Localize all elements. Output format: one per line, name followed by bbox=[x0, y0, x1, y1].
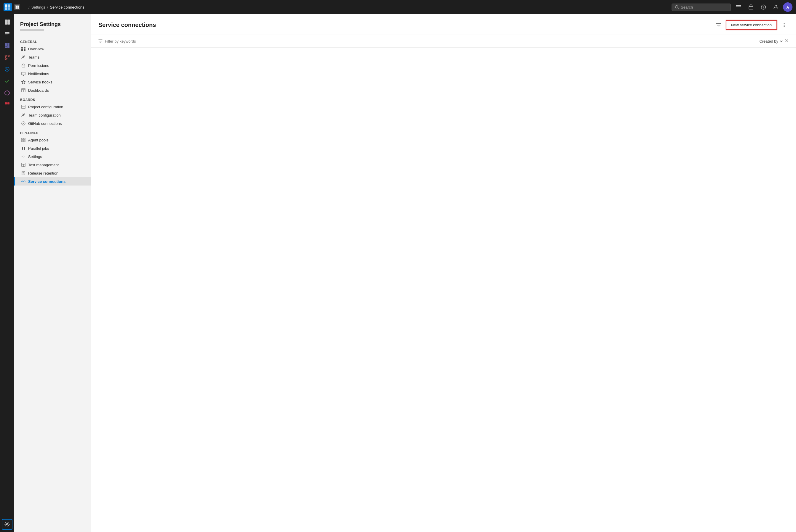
boards-rail-icon[interactable] bbox=[2, 40, 13, 51]
svg-rect-34 bbox=[7, 102, 10, 104]
artifacts-rail-icon[interactable] bbox=[2, 88, 13, 98]
svg-rect-18 bbox=[5, 20, 7, 22]
extensions-rail-icon[interactable] bbox=[2, 99, 13, 110]
svg-rect-25 bbox=[5, 43, 7, 46]
service-connections-item[interactable]: Service connections bbox=[14, 177, 91, 186]
topbar: ... / Settings / Service connections Sea… bbox=[0, 0, 796, 14]
repos-rail-icon[interactable] bbox=[2, 52, 13, 63]
svg-rect-42 bbox=[22, 65, 25, 67]
topbar-actions: ? A bbox=[733, 2, 793, 13]
notifications-icon-btn[interactable] bbox=[733, 2, 744, 13]
release-retention-icon bbox=[21, 171, 26, 175]
release-retention-item[interactable]: Release retention bbox=[14, 169, 91, 177]
svg-rect-38 bbox=[21, 49, 23, 51]
filter-keywords-input[interactable] bbox=[105, 39, 194, 43]
svg-rect-3 bbox=[8, 7, 11, 10]
permissions-icon bbox=[21, 63, 26, 68]
svg-point-41 bbox=[24, 56, 25, 57]
pipelines-rail-icon[interactable] bbox=[2, 64, 13, 75]
svg-point-67 bbox=[24, 181, 25, 182]
overview-icon bbox=[21, 46, 26, 51]
app-logo[interactable] bbox=[3, 3, 12, 11]
more-options-button[interactable] bbox=[779, 20, 789, 30]
svg-point-9 bbox=[675, 6, 678, 8]
github-icon bbox=[21, 121, 26, 126]
svg-rect-55 bbox=[24, 140, 25, 142]
svg-rect-24 bbox=[5, 35, 8, 35]
test-management-item[interactable]: Test management bbox=[14, 161, 91, 169]
dashboards-icon bbox=[21, 88, 26, 93]
summary-rail-icon[interactable] bbox=[2, 28, 13, 39]
filter-keyword-icon bbox=[98, 39, 103, 43]
project-config-icon bbox=[21, 104, 26, 109]
pipelines-section-label: Pipelines bbox=[14, 128, 91, 136]
breadcrumb-sep1: / bbox=[29, 5, 30, 10]
svg-rect-54 bbox=[22, 140, 23, 142]
breadcrumb-sep2: / bbox=[47, 5, 48, 10]
team-config-icon bbox=[21, 113, 26, 117]
svg-rect-12 bbox=[736, 6, 741, 7]
notifications-item[interactable]: Notifications bbox=[14, 70, 91, 78]
breadcrumb-project[interactable]: ... bbox=[22, 5, 27, 9]
teams-item[interactable]: Teams bbox=[14, 53, 91, 61]
svg-rect-21 bbox=[7, 22, 10, 24]
overview-item[interactable]: Overview bbox=[14, 45, 91, 53]
general-section-label: General bbox=[14, 36, 91, 45]
search-icon bbox=[675, 5, 679, 9]
user-avatar[interactable]: A bbox=[783, 2, 793, 12]
global-search[interactable]: Search bbox=[672, 3, 731, 11]
sidebar-subtitle bbox=[20, 28, 85, 32]
svg-rect-14 bbox=[749, 6, 753, 9]
svg-point-29 bbox=[5, 55, 6, 57]
filter-icon-btn[interactable] bbox=[714, 20, 723, 30]
home-rail-icon[interactable] bbox=[2, 17, 13, 27]
permissions-item[interactable]: Permissions bbox=[14, 61, 91, 70]
pipeline-settings-item[interactable]: Settings bbox=[14, 152, 91, 161]
service-connections-icon bbox=[21, 179, 26, 184]
svg-rect-52 bbox=[22, 138, 23, 140]
created-by-filter[interactable]: Created by bbox=[759, 39, 783, 43]
agent-pools-item[interactable]: Agent pools bbox=[14, 136, 91, 144]
content-area: Service connections New service connecti… bbox=[91, 14, 796, 532]
testplans-rail-icon[interactable] bbox=[2, 76, 13, 87]
svg-rect-1 bbox=[8, 4, 11, 7]
breadcrumb-settings[interactable]: Settings bbox=[31, 5, 45, 10]
dashboards-item[interactable]: Dashboards bbox=[14, 86, 91, 94]
svg-rect-39 bbox=[24, 49, 25, 51]
team-configuration-item[interactable]: Team configuration bbox=[14, 111, 91, 119]
filter-bar: Created by bbox=[91, 35, 796, 48]
svg-rect-36 bbox=[21, 47, 23, 49]
main-layout: Project Settings General Overview Teams … bbox=[0, 14, 796, 532]
boards-section-label: Boards bbox=[14, 94, 91, 103]
svg-rect-0 bbox=[5, 4, 7, 7]
svg-point-31 bbox=[5, 58, 6, 60]
close-filter-button[interactable] bbox=[785, 38, 789, 44]
svg-rect-28 bbox=[5, 46, 7, 48]
parallel-jobs-item[interactable]: Parallel jobs bbox=[14, 144, 91, 152]
content-header-actions: New service connection bbox=[714, 20, 789, 30]
account-icon-btn[interactable] bbox=[771, 2, 781, 13]
search-label: Search bbox=[681, 5, 693, 10]
bag-icon-btn[interactable] bbox=[746, 2, 756, 13]
agent-pools-icon bbox=[21, 138, 26, 142]
svg-rect-26 bbox=[7, 43, 10, 45]
pipeline-settings-icon bbox=[21, 154, 26, 159]
content-header: Service connections New service connecti… bbox=[91, 14, 796, 35]
svg-rect-27 bbox=[7, 45, 10, 48]
settings-rail-icon[interactable] bbox=[2, 519, 13, 530]
svg-text:?: ? bbox=[762, 6, 764, 9]
project-icon bbox=[14, 4, 20, 10]
svg-rect-43 bbox=[22, 72, 25, 75]
svg-rect-22 bbox=[5, 32, 10, 33]
test-management-icon bbox=[21, 163, 26, 167]
svg-rect-13 bbox=[736, 8, 739, 8]
project-configuration-item[interactable]: Project configuration bbox=[14, 103, 91, 111]
svg-rect-5 bbox=[16, 6, 17, 7]
filter-input-wrapper[interactable] bbox=[98, 39, 759, 43]
svg-rect-53 bbox=[24, 138, 25, 140]
help-icon-btn[interactable]: ? bbox=[758, 2, 769, 13]
service-hooks-item[interactable]: Service hooks bbox=[14, 78, 91, 86]
github-connections-item[interactable]: GitHub connections bbox=[14, 119, 91, 128]
new-service-connection-button[interactable]: New service connection bbox=[726, 20, 777, 30]
svg-point-30 bbox=[8, 55, 10, 57]
